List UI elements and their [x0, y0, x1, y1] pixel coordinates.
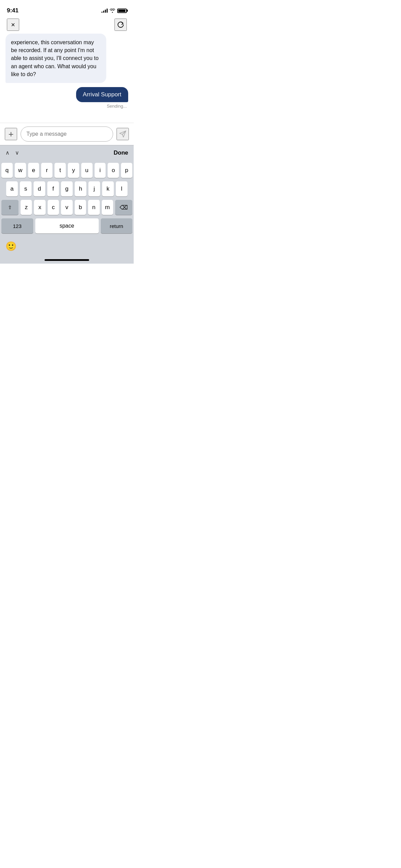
close-button[interactable]: × [7, 19, 19, 31]
keyboard-nav: ∧ ∨ [5, 149, 114, 156]
key-l[interactable]: l [116, 181, 127, 196]
user-message-bubble: Arrival Support [76, 87, 128, 102]
nav-up-arrow[interactable]: ∧ [5, 149, 10, 156]
key-a[interactable]: a [6, 181, 18, 196]
key-c[interactable]: c [48, 200, 59, 215]
key-d[interactable]: d [34, 181, 45, 196]
emoji-bar: 🙂 [0, 238, 134, 257]
status-icons [101, 9, 127, 13]
home-bar [45, 259, 89, 261]
key-u[interactable]: u [81, 163, 93, 178]
message-input-wrap[interactable] [21, 126, 113, 142]
key-k[interactable]: k [102, 181, 114, 196]
key-o[interactable]: o [108, 163, 119, 178]
send-icon [119, 130, 126, 138]
wifi-icon [110, 9, 115, 13]
key-delete[interactable]: ⌫ [115, 200, 132, 215]
key-w[interactable]: w [15, 163, 26, 178]
chat-header: × [0, 16, 134, 34]
key-f[interactable]: f [47, 181, 59, 196]
key-numbers[interactable]: 123 [1, 218, 33, 233]
key-p[interactable]: p [121, 163, 132, 178]
key-r[interactable]: r [41, 163, 52, 178]
key-y[interactable]: y [68, 163, 79, 178]
keyboard: q w e r t y u i o p a s d f g h j k l ⇧ … [0, 160, 134, 238]
battery-icon [117, 9, 127, 13]
key-g[interactable]: g [61, 181, 73, 196]
key-h[interactable]: h [75, 181, 86, 196]
signal-icon [101, 9, 108, 13]
status-bar: 9:41 [0, 0, 134, 16]
user-message-row: Arrival Support [5, 87, 128, 102]
sending-status: Sending... [5, 104, 127, 109]
bot-message-text: experience, this conversation may be rec… [11, 39, 99, 77]
keyboard-row-3: ⇧ z x c v b n m ⌫ [1, 200, 132, 215]
key-m[interactable]: m [102, 200, 113, 215]
chat-area: experience, this conversation may be rec… [0, 34, 134, 123]
keyboard-done-button[interactable]: Done [114, 149, 129, 156]
keyboard-accessory-bar: ∧ ∨ Done [0, 145, 134, 160]
key-z[interactable]: z [21, 200, 32, 215]
status-time: 9:41 [7, 7, 19, 14]
emoji-button[interactable]: 🙂 [5, 241, 16, 252]
key-shift[interactable]: ⇧ [1, 200, 19, 215]
attach-button[interactable]: + [5, 128, 17, 140]
bot-message-bubble: experience, this conversation may be rec… [5, 34, 106, 83]
refresh-button[interactable] [114, 19, 127, 31]
home-indicator [0, 257, 134, 264]
user-message-text: Arrival Support [83, 91, 121, 98]
send-button[interactable] [117, 128, 129, 140]
key-b[interactable]: b [75, 200, 86, 215]
message-input[interactable] [26, 131, 107, 137]
key-q[interactable]: q [1, 163, 13, 178]
key-t[interactable]: t [54, 163, 66, 178]
key-n[interactable]: n [88, 200, 99, 215]
key-return[interactable]: return [101, 218, 133, 233]
key-v[interactable]: v [61, 200, 72, 215]
key-x[interactable]: x [34, 200, 45, 215]
key-space[interactable]: space [35, 218, 99, 233]
key-e[interactable]: e [28, 163, 39, 178]
input-bar: + [0, 123, 134, 145]
refresh-icon [117, 21, 124, 28]
keyboard-row-4: 123 space return [1, 218, 132, 233]
nav-down-arrow[interactable]: ∨ [15, 149, 19, 156]
keyboard-row-2: a s d f g h j k l [1, 181, 132, 196]
keyboard-row-1: q w e r t y u i o p [1, 163, 132, 178]
key-j[interactable]: j [88, 181, 100, 196]
key-i[interactable]: i [95, 163, 106, 178]
key-s[interactable]: s [20, 181, 32, 196]
